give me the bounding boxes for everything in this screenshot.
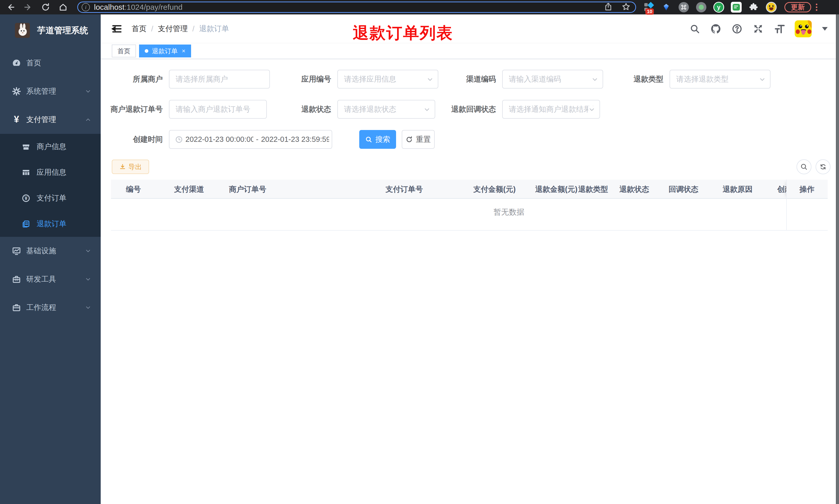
date-range-picker[interactable]: 2022-01-23 00:00:00 - 2022-01-23 23:59:5… bbox=[169, 130, 332, 149]
extension-gem-icon[interactable] bbox=[661, 2, 672, 13]
extension-y-icon[interactable]: y bbox=[713, 2, 724, 13]
recorder-circle bbox=[696, 2, 707, 12]
bookmark-star-icon[interactable] bbox=[621, 2, 631, 12]
sidebar-item-app-info[interactable]: 应用信息 bbox=[0, 160, 101, 185]
extension-command-icon[interactable] bbox=[678, 2, 689, 13]
refund-type-input[interactable] bbox=[670, 75, 770, 84]
table-empty-row: 暂无数据 bbox=[111, 199, 828, 231]
breadcrumb-pay[interactable]: 支付管理 bbox=[158, 24, 188, 34]
toggle-search-button[interactable] bbox=[797, 159, 811, 174]
app-select[interactable] bbox=[337, 70, 438, 89]
tab-label: 首页 bbox=[118, 47, 130, 55]
browser-reload-icon[interactable] bbox=[41, 2, 51, 12]
sidebar-item-pay[interactable]: ¥ 支付管理 bbox=[0, 106, 101, 134]
tab-label: 退款订单 bbox=[152, 47, 178, 55]
share-icon[interactable] bbox=[604, 2, 613, 12]
green-dot bbox=[699, 5, 704, 10]
sidebar-item-label: 首页 bbox=[26, 58, 41, 68]
app-logo[interactable]: 芋道管理系统 bbox=[0, 14, 101, 41]
sidebar-item-system[interactable]: 系统管理 bbox=[0, 77, 101, 106]
extension-chat-icon[interactable] bbox=[731, 2, 742, 13]
column-header-id[interactable]: 编号 bbox=[126, 180, 141, 199]
channel-select[interactable] bbox=[502, 70, 603, 89]
sidebar-item-workflow[interactable]: 工作流程 bbox=[0, 293, 101, 322]
column-header-actions[interactable]: 操作 bbox=[786, 180, 828, 199]
refund-status-input[interactable] bbox=[338, 105, 435, 113]
merchant-select[interactable] bbox=[169, 70, 270, 89]
refund-type-select[interactable] bbox=[670, 70, 770, 89]
fullscreen-icon[interactable] bbox=[752, 23, 764, 35]
profile-emoji-icon[interactable] bbox=[766, 2, 777, 13]
column-header-refund-amount[interactable]: 退款金额(元) bbox=[535, 180, 577, 199]
export-button-label: 导出 bbox=[128, 162, 142, 172]
help-icon[interactable] bbox=[731, 23, 743, 35]
sidebar-item-refund-order[interactable]: 退款订单 bbox=[0, 211, 101, 237]
window-scrollbar[interactable] bbox=[836, 14, 839, 504]
filter-merchant-refund-no: 商户退款订单号 bbox=[110, 100, 267, 119]
reset-button[interactable]: 重置 bbox=[402, 130, 435, 149]
reset-button-label: 重置 bbox=[416, 134, 431, 145]
search-icon[interactable] bbox=[689, 23, 700, 35]
chat-line bbox=[734, 7, 737, 8]
callback-status-input[interactable] bbox=[503, 105, 600, 113]
merchant-refund-no-input[interactable] bbox=[169, 105, 266, 113]
browser-toolbar: i localhost:1024/pay/refund 10 y bbox=[0, 0, 839, 14]
channel-input[interactable] bbox=[503, 75, 603, 84]
column-header-create-time[interactable]: 创建时间 bbox=[777, 180, 786, 199]
filter-channel: 渠道编码 bbox=[443, 70, 603, 89]
search-button[interactable]: 搜索 bbox=[359, 130, 396, 149]
sidebar-item-dev-tools[interactable]: 研发工具 bbox=[0, 265, 101, 293]
column-header-pay-amount[interactable]: 支付金额(元) bbox=[473, 180, 516, 199]
date-start-value[interactable]: 2022-01-23 00:00:00 bbox=[185, 135, 253, 144]
logo-avatar bbox=[15, 23, 30, 38]
extension-recorder-icon[interactable] bbox=[696, 2, 707, 13]
site-info-icon[interactable]: i bbox=[82, 3, 90, 11]
sidebar-item-label: 工作流程 bbox=[26, 303, 56, 313]
sidebar-item-label: 退款订单 bbox=[37, 219, 67, 229]
browser-home-icon[interactable] bbox=[58, 2, 68, 12]
sidebar-collapse-icon[interactable] bbox=[111, 23, 122, 35]
refund-status-select[interactable] bbox=[337, 100, 435, 119]
column-header-callback-status[interactable]: 回调状态 bbox=[668, 180, 698, 199]
github-icon[interactable] bbox=[710, 23, 721, 35]
sidebar-item-home[interactable]: 首页 bbox=[0, 49, 101, 77]
url-text: localhost:1024/pay/refund bbox=[94, 3, 183, 12]
tab-home[interactable]: 首页 bbox=[112, 44, 136, 57]
column-header-refund-type[interactable]: 退款类型 bbox=[578, 180, 608, 199]
extension-row: 10 y bbox=[643, 2, 777, 13]
column-header-pay-order-no[interactable]: 支付订单号 bbox=[386, 180, 423, 199]
font-size-icon[interactable] bbox=[773, 23, 785, 35]
column-header-refund-reason[interactable]: 退款原因 bbox=[722, 180, 752, 199]
sidebar-item-merchant-info[interactable]: 商户信息 bbox=[0, 134, 101, 160]
merchant-refund-no-field[interactable] bbox=[169, 100, 267, 119]
sidebar-item-pay-order[interactable]: ¥ 支付订单 bbox=[0, 185, 101, 211]
column-header-merchant-order-no[interactable]: 商户订单号 bbox=[229, 180, 266, 199]
column-header-pay-channel[interactable]: 支付渠道 bbox=[174, 180, 204, 199]
breadcrumb-separator: / bbox=[192, 25, 194, 33]
chrome-menu-icon[interactable] bbox=[816, 4, 817, 11]
refresh-button[interactable] bbox=[816, 159, 831, 174]
caret-down-icon[interactable] bbox=[822, 27, 828, 31]
user-avatar[interactable] bbox=[795, 20, 812, 37]
svg-text:¥: ¥ bbox=[24, 195, 27, 201]
extensions-puzzle-icon[interactable] bbox=[748, 2, 759, 13]
browser-back-icon[interactable] bbox=[6, 2, 15, 12]
address-bar[interactable]: i localhost:1024/pay/refund bbox=[77, 2, 636, 13]
tab-close-icon[interactable]: × bbox=[182, 47, 185, 55]
tab-refund-order[interactable]: 退款订单 × bbox=[139, 44, 191, 57]
chat-line bbox=[734, 6, 738, 6]
breadcrumb-current: 退款订单 bbox=[199, 24, 229, 34]
merchant-input[interactable] bbox=[169, 75, 269, 84]
breadcrumb-home[interactable]: 首页 bbox=[131, 24, 146, 34]
emoji-eye bbox=[769, 5, 770, 7]
callback-status-select[interactable] bbox=[502, 100, 600, 119]
date-end-value[interactable]: 2022-01-23 23:59:59 bbox=[261, 135, 329, 144]
extension-tabs-icon[interactable]: 10 bbox=[643, 2, 654, 13]
app-input[interactable] bbox=[338, 75, 438, 84]
export-button[interactable]: 导出 bbox=[112, 160, 149, 174]
browser-forward-icon[interactable] bbox=[23, 2, 33, 12]
column-header-refund-status[interactable]: 退款状态 bbox=[619, 180, 649, 199]
sidebar-item-infra[interactable]: 基础设施 bbox=[0, 237, 101, 265]
chat-square bbox=[731, 2, 742, 13]
chrome-update-button[interactable]: 更新 bbox=[784, 2, 811, 12]
